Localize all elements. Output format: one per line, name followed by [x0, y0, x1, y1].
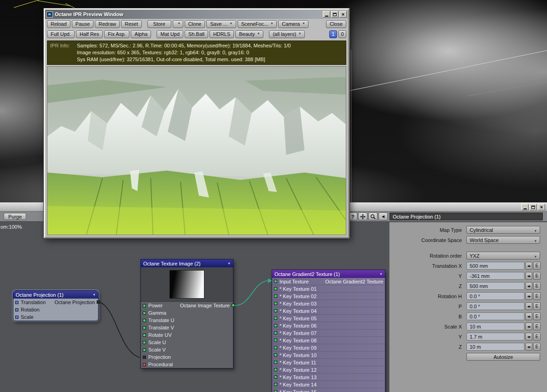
input-pin[interactable] [274, 324, 277, 327]
help-button[interactable]: ? [348, 213, 357, 220]
input-pin[interactable] [143, 319, 146, 322]
property-input[interactable]: 0.0 ° [466, 302, 524, 310]
node-titlebar[interactable]: Octane Projection (1) ▼ [13, 291, 98, 299]
property-input[interactable]: -361 mm [466, 272, 524, 280]
node-titlebar[interactable]: Octane Gradient2 Texture (1) ▼ [272, 270, 385, 278]
value-stepper[interactable] [525, 262, 532, 270]
property-input[interactable]: 10 m [466, 343, 524, 351]
value-stepper[interactable] [525, 312, 532, 320]
value-stepper[interactable] [525, 292, 532, 300]
input-pin[interactable] [274, 339, 277, 342]
input-pin[interactable] [274, 331, 277, 334]
envelope-button[interactable]: E [533, 302, 541, 310]
layer-toggle-button[interactable]: 1 [329, 30, 337, 38]
pan-button[interactable] [358, 213, 367, 220]
toolbar-button[interactable]: Alpha [131, 30, 151, 38]
input-pin[interactable] [274, 302, 277, 305]
input-pin[interactable] [274, 375, 277, 379]
envelope-button[interactable]: E [533, 333, 541, 340]
node-octane-gradient2-texture[interactable]: Octane Gradient2 Texture (1) ▼ Input Tex… [272, 270, 385, 392]
node-titlebar[interactable]: Octane Texture Image (2) ▼ [141, 259, 233, 267]
toolbar-button[interactable]: Pause [72, 20, 93, 28]
envelope-button[interactable]: E [533, 312, 541, 320]
envelope-button[interactable]: E [533, 262, 541, 270]
collapse-arrow-icon[interactable]: ▼ [379, 272, 383, 276]
value-stepper[interactable] [525, 343, 532, 351]
input-pin[interactable] [143, 341, 146, 344]
input-pin[interactable] [143, 348, 146, 352]
maximize-button[interactable] [331, 11, 338, 17]
purge-button[interactable]: Purge [4, 213, 26, 220]
toolbar-button[interactable]: (all layers) [269, 30, 305, 38]
input-pin[interactable] [274, 390, 277, 392]
node-octane-texture-image[interactable]: Octane Texture Image (2) ▼ Octane Image … [140, 259, 233, 369]
value-stepper[interactable] [525, 282, 532, 290]
close-ipr-button[interactable]: Close [326, 20, 346, 28]
collapse-arrow-icon[interactable]: ▼ [93, 293, 96, 296]
ipr-render-preview[interactable] [47, 66, 346, 235]
close-button[interactable]: × [538, 204, 545, 210]
node-editor-canvas[interactable]: om:100% Octane Projection (1) ▼ Octane P… [0, 222, 389, 392]
input-pin[interactable] [274, 353, 277, 357]
ipr-titlebar[interactable]: Octane IPR Preview Window × [45, 10, 348, 19]
input-pin[interactable] [274, 383, 277, 386]
envelope-button[interactable]: E [533, 272, 541, 280]
close-button[interactable]: × [339, 11, 347, 17]
collapse-arrow-icon[interactable]: ▼ [227, 262, 231, 265]
envelope-button[interactable]: E [533, 292, 541, 300]
property-input[interactable]: 0.0 ° [466, 312, 524, 320]
toolbar-button[interactable]: SceneFoc... [238, 20, 277, 28]
toolbar-button[interactable]: Mat Upd [157, 30, 183, 38]
back-button[interactable]: ◀ [378, 213, 388, 220]
input-pin[interactable] [274, 368, 277, 371]
node-octane-projection[interactable]: Octane Projection (1) ▼ Octane Projectio… [13, 290, 99, 321]
texture-thumbnail[interactable] [169, 270, 204, 299]
property-input[interactable]: 0.0 ° [466, 292, 524, 300]
layer-toggle-button[interactable]: 0 [338, 30, 346, 38]
property-dropdown[interactable]: Cylindrical [466, 226, 540, 234]
value-stepper[interactable] [525, 333, 532, 340]
envelope-button[interactable]: E [533, 343, 541, 351]
input-pin[interactable] [274, 309, 277, 312]
toolbar-button[interactable]: Reset [121, 20, 142, 28]
toolbar-button[interactable]: Full Upd. [47, 30, 75, 38]
property-input[interactable]: 1.7 m [466, 333, 524, 340]
input-pin[interactable] [143, 363, 146, 366]
input-pin[interactable] [15, 301, 18, 304]
toolbar-button[interactable]: Store [147, 20, 171, 28]
envelope-button[interactable]: E [533, 323, 541, 330]
value-stepper[interactable] [525, 302, 532, 310]
value-stepper[interactable] [525, 272, 532, 280]
input-pin[interactable] [274, 346, 277, 349]
property-input[interactable]: 500 mm [466, 282, 524, 290]
toolbar-button[interactable]: Fix Asp. [104, 30, 129, 38]
input-pin[interactable] [143, 326, 146, 329]
property-input[interactable]: 10 m [466, 323, 524, 330]
input-pin[interactable] [143, 334, 146, 337]
toolbar-button[interactable]: Half Res [76, 30, 103, 38]
input-pin[interactable] [274, 361, 277, 364]
toolbar-button[interactable]: Save ... [206, 20, 236, 28]
toolbar-button[interactable]: Camera [278, 20, 308, 28]
input-pin[interactable] [143, 311, 146, 315]
toolbar-button[interactable]: Beauty [235, 30, 263, 38]
toolbar-button[interactable]: Clone [185, 20, 205, 28]
input-pin[interactable] [274, 294, 277, 298]
envelope-button[interactable]: E [533, 282, 541, 290]
toolbar-button[interactable]: Redraw [95, 20, 120, 28]
property-dropdown[interactable]: YXZ [466, 252, 540, 259]
autosize-button[interactable]: Autosize [466, 353, 540, 361]
input-pin[interactable] [143, 304, 146, 307]
value-stepper[interactable] [525, 323, 532, 330]
minimize-button[interactable] [323, 11, 330, 17]
minimize-button[interactable] [521, 204, 529, 210]
toolbar-button[interactable]: Sh.Ball [185, 30, 208, 38]
maximize-button[interactable] [530, 204, 537, 210]
toolbar-button[interactable]: HDRLS [209, 30, 234, 38]
input-pin[interactable] [274, 280, 277, 283]
input-pin[interactable] [15, 308, 18, 311]
property-input[interactable]: 500 mm [466, 262, 524, 270]
property-dropdown[interactable]: World Space [466, 236, 540, 244]
input-pin[interactable] [274, 317, 277, 320]
input-pin[interactable] [15, 316, 18, 319]
